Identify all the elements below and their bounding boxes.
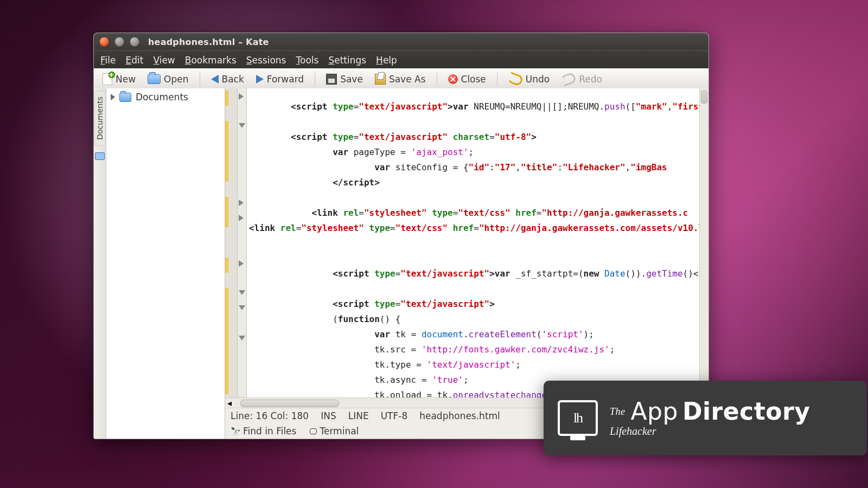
status-line-col: Line: 16 Col: 180 <box>231 410 309 421</box>
undo-label: Undo <box>526 74 550 85</box>
close-button[interactable]: Close <box>444 72 490 86</box>
modified-line-marker <box>225 91 228 106</box>
status-linewrap[interactable]: LINE <box>348 410 369 421</box>
open-folder-icon <box>148 74 161 84</box>
forward-label: Forward <box>267 74 304 85</box>
fold-marker-icon[interactable] <box>239 305 245 310</box>
toolbar-separator <box>437 72 437 86</box>
documents-tree[interactable]: Documents <box>106 88 225 439</box>
undo-button[interactable]: Undo <box>504 72 554 86</box>
scroll-left-button[interactable]: ◂ <box>225 399 234 407</box>
app-directory-badge: lh The App Directory Lifehacker <box>544 381 867 455</box>
back-label: Back <box>222 74 244 85</box>
horizontal-scroll-thumb[interactable] <box>240 400 339 407</box>
forward-arrow-icon <box>256 75 264 84</box>
open-label: Open <box>164 74 188 85</box>
fold-marker-icon[interactable] <box>239 215 244 221</box>
status-encoding[interactable]: UTF-8 <box>381 410 408 421</box>
new-button[interactable]: New <box>98 72 140 87</box>
menu-bookmarks[interactable]: Bookmarks <box>185 55 237 66</box>
toolbar: New Open Back Forward Save Save As Close… <box>94 68 709 91</box>
vertical-scrollbar[interactable] <box>699 88 709 397</box>
fold-marker-icon[interactable] <box>239 93 244 100</box>
new-label: New <box>116 74 136 85</box>
side-tab-documents[interactable]: Documents <box>94 91 106 146</box>
folder-icon <box>119 93 131 102</box>
menubar: File Edit View Bookmarks Sessions Tools … <box>94 50 709 68</box>
close-label: Close <box>461 74 486 85</box>
toolbar-separator <box>200 72 200 86</box>
window-minimize-button[interactable] <box>114 37 124 47</box>
tree-root-row[interactable]: Documents <box>111 92 220 102</box>
fold-marker-icon[interactable] <box>239 123 245 128</box>
find-in-files-tab[interactable]: 🔭Find in Files <box>231 426 296 436</box>
editor: <script type="text/javascript">var NREUM… <box>225 88 709 397</box>
side-tabs: Documents <box>94 88 106 439</box>
menu-view[interactable]: View <box>153 55 175 66</box>
redo-icon <box>560 72 577 87</box>
saveas-label: Save As <box>389 74 426 85</box>
save-as-button[interactable]: Save As <box>371 72 430 86</box>
badge-text: The App Directory Lifehacker <box>610 400 810 436</box>
vertical-scroll-thumb[interactable] <box>701 91 707 104</box>
terminal-icon: 🖵 <box>309 427 317 436</box>
modified-line-marker <box>225 197 228 227</box>
badge-app: App <box>631 400 678 423</box>
filesystem-tab-icon[interactable] <box>95 152 105 160</box>
save-disk-icon <box>326 74 337 85</box>
code-area[interactable]: <script type="text/javascript">var NREUM… <box>247 88 709 397</box>
forward-button[interactable]: Forward <box>252 72 308 86</box>
badge-the: The <box>610 407 626 416</box>
badge-directory: Directory <box>682 400 810 423</box>
window-maximize-button[interactable] <box>130 37 139 47</box>
fold-marker-icon[interactable] <box>239 260 244 267</box>
titlebar[interactable]: headphones.html – Kate <box>94 33 709 50</box>
fold-column[interactable] <box>238 88 247 397</box>
modified-line-marker <box>225 258 228 273</box>
badge-lifehacker: Lifehacker <box>610 426 810 436</box>
redo-label: Redo <box>579 74 602 85</box>
save-button[interactable]: Save <box>322 72 367 86</box>
code-content[interactable]: <script type="text/javascript">var NREUM… <box>247 97 709 397</box>
redo-button[interactable]: Redo <box>557 72 607 86</box>
menu-sessions[interactable]: Sessions <box>246 55 286 66</box>
menu-help[interactable]: Help <box>376 55 397 66</box>
toolbar-separator <box>497 72 497 86</box>
status-insert-mode[interactable]: INS <box>321 410 336 421</box>
new-file-icon <box>103 73 112 85</box>
save-label: Save <box>340 74 363 85</box>
fold-marker-icon[interactable] <box>239 290 245 295</box>
status-filename: headphones.html <box>419 410 500 421</box>
kate-window: headphones.html – Kate File Edit View Bo… <box>93 33 709 439</box>
tree-root-label: Documents <box>136 92 188 102</box>
window-close-button[interactable] <box>99 37 109 47</box>
menu-edit[interactable]: Edit <box>125 55 143 66</box>
menu-tools[interactable]: Tools <box>296 55 318 66</box>
back-button[interactable]: Back <box>207 72 248 86</box>
modified-line-marker <box>225 288 228 394</box>
fold-marker-icon[interactable] <box>239 200 244 206</box>
modified-line-marker <box>225 121 228 182</box>
save-as-icon <box>375 74 386 85</box>
terminal-tab[interactable]: 🖵Terminal <box>309 426 359 436</box>
toolbar-separator <box>315 72 315 86</box>
expand-triangle-icon[interactable] <box>111 94 115 100</box>
open-button[interactable]: Open <box>143 72 193 86</box>
lh-logo: lh <box>573 410 582 426</box>
window-title: headphones.html – Kate <box>148 37 269 47</box>
menu-settings[interactable]: Settings <box>328 55 366 66</box>
undo-icon <box>507 72 524 87</box>
monitor-icon: lh <box>558 400 598 436</box>
fold-marker-icon[interactable] <box>239 336 245 341</box>
icon-gutter[interactable] <box>225 88 238 397</box>
menu-file[interactable]: File <box>100 55 116 66</box>
binoculars-icon: 🔭 <box>231 427 241 436</box>
close-icon <box>448 74 458 84</box>
back-arrow-icon <box>211 75 219 84</box>
